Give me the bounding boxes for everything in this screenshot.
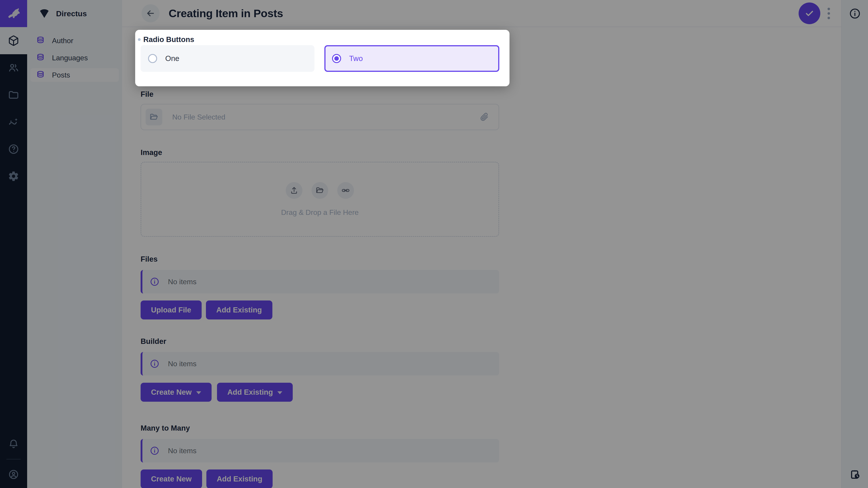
radio-unselected-icon: [148, 54, 157, 63]
directus-app: Directus Author Languages Posts: [0, 0, 868, 488]
radio-option-two[interactable]: Two: [324, 45, 500, 72]
edited-dot-icon: [138, 38, 141, 41]
radio-option-one[interactable]: One: [141, 45, 314, 72]
radio-buttons-label: Radio Buttons: [138, 35, 194, 44]
radio-buttons-field-card: Radio Buttons One Two: [135, 30, 509, 86]
radio-selected-icon: [332, 54, 341, 63]
